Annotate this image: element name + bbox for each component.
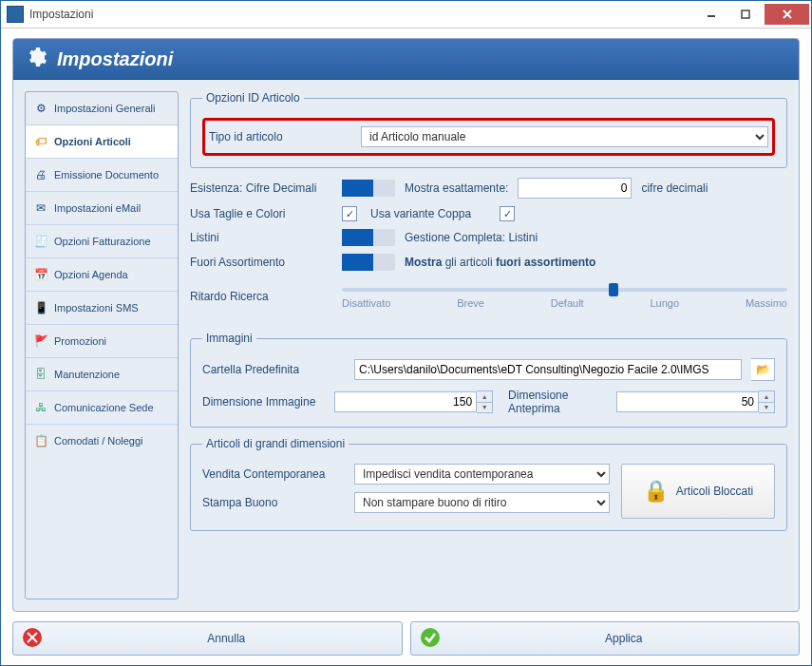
- sidebar-item-label: Opzioni Fatturazione: [54, 236, 151, 247]
- sidebar-item-label: Emissione Documento: [54, 169, 159, 181]
- flag-icon: 🚩: [33, 333, 48, 349]
- esistenza-label: Esistenza: Cifre Decimali: [190, 181, 332, 195]
- app-icon: [7, 6, 24, 23]
- esistenza-toggle[interactable]: [342, 180, 395, 197]
- cartella-predefinita-label: Cartella Predefinita: [202, 363, 345, 376]
- phone-icon: 📱: [33, 300, 48, 315]
- stampa-buono-label: Stampa Buono: [202, 496, 345, 509]
- register-icon: 🖨: [33, 167, 48, 182]
- listini-toggle[interactable]: [342, 229, 395, 246]
- fuori-assortimento-text: Mostra gli articoli fuori assortimento: [405, 256, 595, 269]
- fuori-assortimento-label: Fuori Assortimento: [190, 256, 332, 269]
- ritardo-ricerca-slider[interactable]: [342, 288, 787, 292]
- maximize-icon: [741, 10, 750, 19]
- sidebar-item-label: Opzioni Articoli: [54, 136, 131, 147]
- sidebar-item-label: Impostazioni Generali: [54, 103, 155, 114]
- usa-variante-label: Usa variante Coppa: [370, 207, 471, 220]
- vendita-contemporanea-select[interactable]: Impedisci vendita contemporanea: [354, 464, 610, 485]
- dimensione-anteprima-label: Dimensione Anteprima: [508, 389, 607, 415]
- group-opzioni-id-articolo: Opzioni ID Articolo Tipo id articolo id …: [190, 91, 787, 168]
- legend: Opzioni ID Articolo: [202, 91, 304, 105]
- group-immagini: Immagini Cartella Predefinita 📂 Dimensio…: [190, 332, 787, 428]
- panel-header: Impostazioni: [13, 39, 799, 80]
- sidebar-item-label: Comodati / Noleggi: [54, 435, 143, 447]
- sidebar-item-label: Opzioni Agenda: [54, 269, 128, 280]
- sidebar-item-label: Impostazioni SMS: [54, 302, 139, 314]
- invoice-icon: 🧾: [33, 234, 48, 249]
- stampa-buono-select[interactable]: Non stampare buono di ritiro: [354, 492, 610, 513]
- cancel-icon: [22, 627, 43, 651]
- sidebar-item-promozioni[interactable]: 🚩Promozioni: [26, 325, 178, 358]
- sidebar-item-manutenzione[interactable]: 🗄Manutenzione: [26, 358, 178, 391]
- dimensione-immagine-input[interactable]: [334, 391, 477, 412]
- close-icon: [782, 9, 793, 20]
- mail-icon: ✉: [33, 200, 48, 216]
- main-panel: Impostazioni ⚙Impostazioni Generali 🏷Opz…: [12, 38, 800, 612]
- sidebar-item-generali[interactable]: ⚙Impostazioni Generali: [26, 92, 178, 125]
- tipo-id-articolo-label: Tipo id articolo: [209, 130, 351, 143]
- maximize-button[interactable]: [730, 4, 761, 25]
- legend: Articoli di grandi dimensioni: [202, 437, 349, 450]
- articoli-bloccati-label: Articoli Bloccati: [676, 485, 753, 498]
- apply-icon: [420, 627, 441, 651]
- minimize-icon: [707, 10, 716, 19]
- settings-sidebar: ⚙Impostazioni Generali 🏷Opzioni Articoli…: [25, 91, 179, 599]
- listini-label: Listini: [190, 231, 332, 244]
- tipo-id-articolo-highlight: Tipo id articolo id Articolo manuale: [202, 118, 775, 156]
- annulla-button[interactable]: Annulla: [12, 621, 403, 656]
- slider-labels: Disattivato Breve Default Lungo Massimo: [342, 297, 787, 309]
- svg-point-7: [421, 628, 440, 647]
- mostra-esattamente-input[interactable]: [518, 178, 632, 199]
- dialog-footer: Annulla Applica: [12, 621, 800, 656]
- sidebar-item-opzioni-articoli[interactable]: 🏷Opzioni Articoli: [26, 125, 178, 159]
- fuori-assortimento-toggle[interactable]: [342, 254, 395, 271]
- settings-window: Impostazioni Impostazioni ⚙Impostazioni …: [0, 0, 812, 666]
- usa-taglie-label: Usa Taglie e Colori: [190, 207, 332, 220]
- calendar-icon: 📅: [33, 267, 48, 282]
- articoli-bloccati-button[interactable]: 🔒 Articoli Bloccati: [621, 464, 775, 519]
- sidebar-item-label: Comunicazione Sede: [54, 402, 154, 413]
- titlebar: Impostazioni: [1, 1, 811, 29]
- lock-icon: 🔒: [643, 479, 669, 504]
- dimensione-immagine-label: Dimensione Immagine: [202, 395, 325, 409]
- client-area: Impostazioni ⚙Impostazioni Generali 🏷Opz…: [1, 29, 811, 665]
- vendita-contemporanea-label: Vendita Contemporanea: [202, 467, 345, 481]
- gear-small-icon: ⚙: [33, 101, 48, 116]
- sidebar-item-fatturazione[interactable]: 🧾Opzioni Fatturazione: [26, 225, 178, 258]
- dimensione-anteprima-spinner[interactable]: ▲▼: [759, 390, 775, 413]
- dimensione-immagine-spinner[interactable]: ▲▼: [477, 390, 493, 413]
- svg-rect-1: [742, 10, 749, 18]
- folder-icon: 📂: [756, 363, 770, 376]
- close-button[interactable]: [765, 4, 809, 25]
- sidebar-item-comunicazione-sede[interactable]: 🖧Comunicazione Sede: [26, 391, 178, 425]
- panel-title: Impostazioni: [57, 48, 173, 70]
- group-grandi-dimensioni: Articoli di grandi dimensioni Vendita Co…: [190, 437, 787, 531]
- usa-variante-checkbox[interactable]: [500, 206, 515, 221]
- panel-body: ⚙Impostazioni Generali 🏷Opzioni Articoli…: [13, 80, 799, 611]
- sidebar-item-emissione-documento[interactable]: 🖨Emissione Documento: [26, 159, 178, 192]
- sidebar-item-label: Promozioni: [54, 335, 106, 347]
- browse-folder-button[interactable]: 📂: [751, 358, 775, 381]
- tipo-id-articolo-select[interactable]: id Articolo manuale: [361, 126, 768, 147]
- cifre-decimali-suffix: cifre decimali: [641, 181, 708, 195]
- sidebar-item-label: Manutenzione: [54, 369, 120, 380]
- sidebar-item-label: Impostazioni eMail: [54, 202, 141, 214]
- cartella-predefinita-input[interactable]: [354, 359, 742, 380]
- applica-label: Applica: [449, 632, 800, 645]
- article-options-block: Esistenza: Cifre Decimali Mostra esattam…: [190, 178, 787, 303]
- sidebar-item-sms[interactable]: 📱Impostazioni SMS: [26, 292, 178, 325]
- gear-icon: [25, 46, 47, 73]
- settings-content: Opzioni ID Articolo Tipo id articolo id …: [190, 91, 787, 599]
- database-icon: 🗄: [33, 367, 48, 382]
- dimensione-anteprima-input[interactable]: [616, 391, 759, 412]
- sidebar-item-email[interactable]: ✉Impostazioni eMail: [26, 192, 178, 225]
- ritardo-ricerca-label: Ritardo Ricerca: [190, 290, 332, 303]
- annulla-label: Annulla: [51, 632, 402, 645]
- applica-button[interactable]: Applica: [410, 621, 801, 656]
- tag-icon: 🏷: [33, 134, 48, 149]
- minimize-button[interactable]: [696, 4, 727, 25]
- usa-taglie-checkbox[interactable]: [342, 206, 357, 221]
- network-icon: 🖧: [33, 400, 48, 415]
- sidebar-item-comodati[interactable]: 📋Comodati / Noleggi: [26, 425, 178, 457]
- sidebar-item-agenda[interactable]: 📅Opzioni Agenda: [26, 258, 178, 292]
